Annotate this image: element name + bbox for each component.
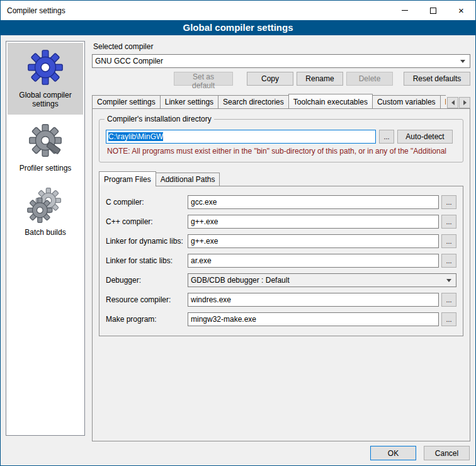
cancel-button[interactable]: Cancel <box>424 446 470 460</box>
linker-dynamic-browse-button[interactable]: ... <box>441 234 456 248</box>
tabs-scroller: Compiler settings Linker settings Search… <box>92 94 446 108</box>
category-list: Global compiler settings Profiler settin… <box>6 41 85 436</box>
sidebar-item-label: Global compiler settings <box>9 91 82 108</box>
subtab-additional-paths[interactable]: Additional Paths <box>156 173 220 186</box>
maximize-icon <box>430 8 436 14</box>
compiler-actions: Set as default Copy Rename Delete Reset … <box>92 72 470 86</box>
copy-button[interactable]: Copy <box>247 72 293 86</box>
dialog-header: Global compiler settings <box>1 20 475 35</box>
tab-scroll-buttons <box>447 97 470 108</box>
arrow-right-icon <box>463 100 467 105</box>
tab-build-options[interactable]: Build <box>440 95 446 108</box>
installation-directory-value: C:\raylib\MinGW <box>108 132 163 141</box>
program-files-tabstrip: Program Files Additional Paths <box>99 171 463 186</box>
compiler-settings-dialog: Compiler settings × Global compiler sett… <box>0 0 476 466</box>
chevron-down-icon <box>446 279 451 282</box>
scroll-tabs-right-button[interactable] <box>459 97 470 108</box>
form-row-debugger: Debugger: GDB/CDB debugger : Default <box>106 273 456 287</box>
tab-linker-settings[interactable]: Linker settings <box>160 95 218 108</box>
delete-button[interactable]: Delete <box>346 72 393 86</box>
linker-static-browse-button[interactable]: ... <box>441 254 456 268</box>
debugger-label: Debugger: <box>106 276 188 285</box>
browse-directory-button[interactable]: ... <box>379 130 394 144</box>
c-compiler-label: C compiler: <box>106 198 188 207</box>
stacked-gears-icon <box>26 185 65 224</box>
minimize-icon <box>402 10 408 11</box>
close-icon: × <box>458 6 464 15</box>
program-files-panel: C compiler: ... C++ compiler: ... <box>99 186 463 336</box>
tab-search-directories[interactable]: Search directories <box>218 95 289 108</box>
dialog-body: Global compiler settings Profiler settin… <box>1 36 475 465</box>
selected-compiler-label: Selected compiler <box>93 42 470 51</box>
make-program-browse-button[interactable]: ... <box>441 312 456 326</box>
toolchain-executables-panel: Compiler's installation directory C:\ray… <box>92 108 470 441</box>
reset-defaults-button[interactable]: Reset defaults <box>404 72 470 86</box>
linker-static-label: Linker for static libs: <box>106 256 188 265</box>
make-program-input[interactable] <box>188 312 439 326</box>
arrow-left-icon <box>451 100 455 105</box>
sidebar-item-label: Profiler settings <box>9 164 82 173</box>
selected-compiler-dropdown[interactable]: GNU GCC Compiler <box>92 54 470 68</box>
form-row-cpp-compiler: C++ compiler: ... <box>106 215 456 229</box>
sidebar-item-global-compiler-settings[interactable]: Global compiler settings <box>8 43 83 115</box>
window-controls: × <box>390 1 475 20</box>
settings-tabstrip: Compiler settings Linker settings Search… <box>92 94 470 108</box>
form-row-linker-static: Linker for static libs: ... <box>106 254 456 268</box>
cpp-compiler-browse-button[interactable]: ... <box>441 215 456 229</box>
linker-dynamic-label: Linker for dynamic libs: <box>106 237 188 246</box>
subtab-program-files[interactable]: Program Files <box>99 171 156 186</box>
linker-dynamic-input[interactable] <box>188 234 439 248</box>
close-button[interactable]: × <box>447 1 475 20</box>
linker-static-input[interactable] <box>188 254 439 268</box>
c-compiler-input[interactable] <box>188 195 439 209</box>
gear-icon <box>26 48 65 87</box>
debugger-dropdown[interactable]: GDB/CDB debugger : Default <box>188 273 456 287</box>
dialog-footer: OK Cancel <box>370 446 470 460</box>
chevron-down-icon <box>460 60 465 63</box>
c-compiler-browse-button[interactable]: ... <box>441 195 456 209</box>
bin-subdirectory-note: NOTE: All programs must exist either in … <box>107 147 451 156</box>
autodetect-button[interactable]: Auto-detect <box>397 130 453 144</box>
installation-directory-input[interactable]: C:\raylib\MinGW <box>106 130 376 144</box>
minimize-button[interactable] <box>390 1 419 20</box>
debugger-value: GDB/CDB debugger : Default <box>191 276 446 285</box>
installation-directory-group-label: Compiler's installation directory <box>105 115 214 123</box>
cpp-compiler-input[interactable] <box>188 215 439 229</box>
installation-directory-row: C:\raylib\MinGW ... Auto-detect <box>106 130 453 144</box>
rename-button[interactable]: Rename <box>297 72 343 86</box>
sidebar-item-profiler-settings[interactable]: Profiler settings <box>8 116 83 179</box>
ok-button[interactable]: OK <box>370 446 416 460</box>
tab-custom-variables[interactable]: Custom variables <box>372 95 441 108</box>
sidebar-item-label: Batch builds <box>9 228 82 237</box>
tab-toolchain-executables[interactable]: Toolchain executables <box>288 94 373 108</box>
resource-compiler-browse-button[interactable]: ... <box>441 293 456 307</box>
scroll-tabs-left-button[interactable] <box>447 97 458 108</box>
form-row-make-program: Make program: ... <box>106 312 456 326</box>
form-row-resource-compiler: Resource compiler: ... <box>106 293 456 307</box>
make-program-label: Make program: <box>106 315 188 324</box>
window-title: Compiler settings <box>1 6 390 15</box>
set-as-default-button[interactable]: Set as default <box>174 72 233 86</box>
form-row-linker-dynamic: Linker for dynamic libs: ... <box>106 234 456 248</box>
resource-compiler-input[interactable] <box>188 293 439 307</box>
maximize-button[interactable] <box>419 1 447 20</box>
tab-compiler-settings[interactable]: Compiler settings <box>92 95 161 108</box>
installation-directory-group: Compiler's installation directory C:\ray… <box>99 119 463 162</box>
cpp-compiler-label: C++ compiler: <box>106 217 188 226</box>
form-row-c-compiler: C compiler: ... <box>106 195 456 209</box>
profiler-tool-icon <box>26 121 65 160</box>
main-panel: Selected compiler GNU GCC Compiler Set a… <box>92 38 470 441</box>
titlebar: Compiler settings × <box>1 1 475 20</box>
selected-compiler-value: GNU GCC Compiler <box>95 57 460 65</box>
sidebar-item-batch-builds[interactable]: Batch builds <box>8 180 83 243</box>
resource-compiler-label: Resource compiler: <box>106 295 188 304</box>
